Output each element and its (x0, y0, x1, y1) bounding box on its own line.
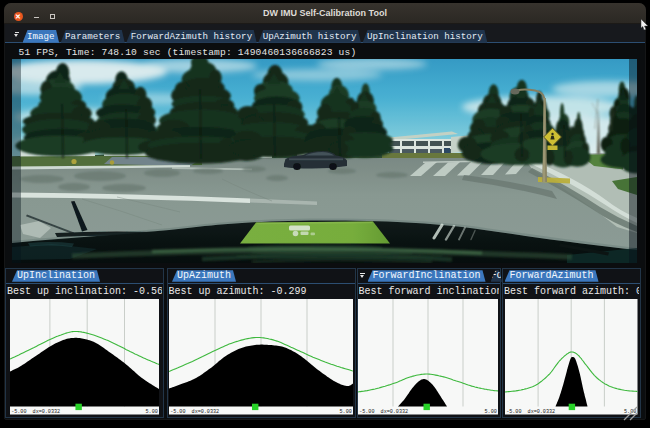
svg-text:-5.00 dx=0.0332: -5.00 dx=0.0332 (359, 409, 408, 414)
svg-text:-5.00 dx=0.0332: -5.00 dx=0.0332 (506, 409, 555, 414)
svg-text:-5.00 dx=0.0332: -5.00 dx=0.0332 (11, 409, 60, 414)
svg-text:5.00: 5.00 (340, 409, 352, 414)
svg-text:5.00: 5.00 (485, 409, 497, 414)
svg-text:-5.00 dx=0.0332: -5.00 dx=0.0332 (170, 409, 219, 414)
svg-text:5.00: 5.00 (146, 409, 158, 414)
